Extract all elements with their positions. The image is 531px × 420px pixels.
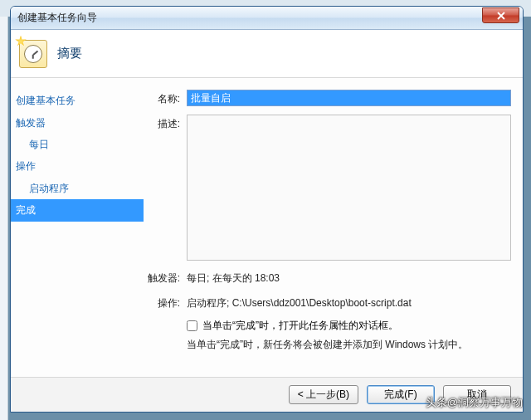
close-button[interactable]: [482, 7, 519, 23]
sidebar-item-action[interactable]: 操作: [11, 155, 144, 178]
name-label: 名称:: [144, 90, 187, 106]
wizard-icon: [19, 40, 47, 68]
close-icon: [497, 12, 505, 20]
trigger-label: 触发器:: [144, 269, 187, 286]
sidebar-item-start-program[interactable]: 启动程序: [11, 178, 144, 199]
window-title: 创建基本任务向导: [17, 11, 97, 25]
footer: < 上一步(B) 完成(F) 取消: [11, 377, 523, 412]
action-value: 启动程序; C:\Users\ddz001\Desktop\boot-scrip…: [187, 294, 511, 310]
description-input[interactable]: [187, 115, 511, 261]
action-label: 操作:: [144, 294, 187, 310]
open-properties-checkbox[interactable]: [187, 320, 197, 331]
info-text: 当单击“完成”时，新任务将会被创建并添加到 Windows 计划中。: [187, 336, 511, 352]
sidebar-item-finish[interactable]: 完成: [11, 199, 144, 222]
sidebar-item-create-basic-task[interactable]: 创建基本任务: [11, 90, 144, 112]
sidebar-item-trigger[interactable]: 触发器: [11, 112, 144, 134]
trigger-value: 每日; 在每天的 18:03: [187, 269, 511, 286]
clock-icon: [24, 45, 42, 63]
back-button[interactable]: < 上一步(B): [289, 385, 358, 404]
open-properties-label: 当单击“完成”时，打开此任务属性的对话框。: [202, 319, 398, 333]
sidebar-item-daily[interactable]: 每日: [11, 134, 144, 155]
page-heading: 摘要: [57, 46, 82, 61]
description-label: 描述:: [144, 115, 187, 131]
wizard-window: 创建基本任务向导 摘要 创建基本任务 触发器 每日 操作 启动程序 完成 名称:: [10, 6, 524, 413]
titlebar: 创建基本任务向导: [11, 7, 523, 30]
background-side: [0, 17, 8, 420]
name-input[interactable]: [187, 90, 511, 106]
finish-button[interactable]: 完成(F): [367, 385, 435, 404]
cancel-button[interactable]: 取消: [443, 385, 511, 404]
main-panel: 名称: 描述: 触发器: 每日; 在每天的 18:03 操作: 启动程序; C:…: [144, 78, 523, 377]
sidebar: 创建基本任务 触发器 每日 操作 启动程序 完成: [11, 78, 144, 377]
header-band: 摘要: [11, 30, 523, 78]
content-area: 摘要 创建基本任务 触发器 每日 操作 启动程序 完成 名称: 描述:: [11, 30, 523, 412]
body-split: 创建基本任务 触发器 每日 操作 启动程序 完成 名称: 描述: 触发器:: [11, 78, 523, 377]
